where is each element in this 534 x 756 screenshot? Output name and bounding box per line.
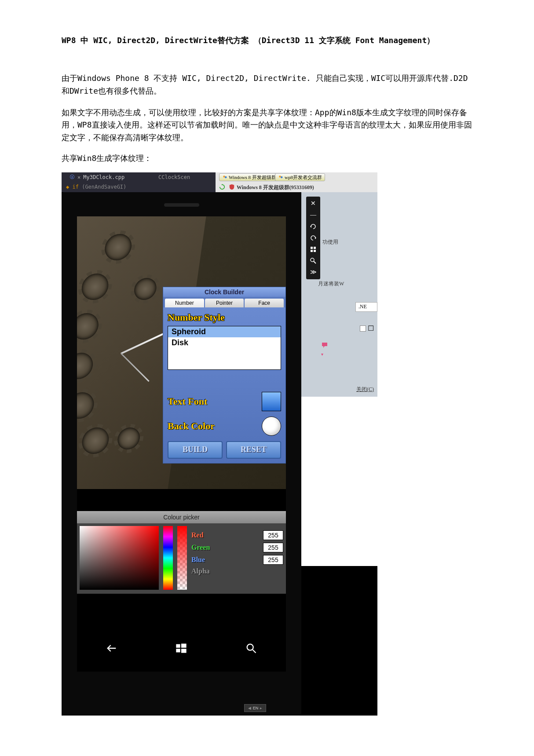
app-3d-background: Clock Builder Number Pointer Face Number… bbox=[77, 216, 286, 489]
text-font-label: Text Font bbox=[168, 396, 207, 407]
section-label: 共享Win8生成字体纹理： bbox=[62, 153, 472, 164]
refresh-icon[interactable] bbox=[219, 184, 225, 190]
qq-tab-2[interactable]: wp8开发者交流群 bbox=[275, 173, 325, 181]
qq-tab1-label: Windows 8 开发超级群 bbox=[229, 174, 276, 181]
svg-rect-11 bbox=[181, 644, 187, 648]
style-listbox[interactable]: Spheroid Disk bbox=[168, 326, 281, 370]
checkbox[interactable] bbox=[360, 325, 366, 332]
alpha-picker[interactable] bbox=[177, 526, 187, 590]
tab-number[interactable]: Number bbox=[165, 299, 204, 307]
paragraph-2: 如果文字不用动态生成，可以使用纹理，比较好的方案是共享字体纹理：App的Win8… bbox=[62, 106, 472, 144]
tab-face[interactable]: Face bbox=[245, 299, 284, 307]
ime-language: EN bbox=[253, 705, 259, 712]
clock-number-gear bbox=[80, 427, 110, 454]
clock-number-gear bbox=[77, 313, 100, 340]
svg-rect-12 bbox=[176, 649, 180, 653]
text-font-row: Text Font bbox=[168, 392, 281, 411]
svg-point-14 bbox=[247, 644, 253, 650]
qq-tab2-label: wp8开发者交流群 bbox=[285, 174, 322, 181]
svg-rect-7 bbox=[314, 250, 316, 252]
group-icon bbox=[222, 175, 227, 180]
phone-nav-bar bbox=[77, 636, 286, 661]
phone-speaker bbox=[164, 203, 199, 207]
saturation-picker[interactable] bbox=[80, 526, 159, 590]
qq-header: Windows 8 开发超级群 wp8开发者交流群 Windows 8 开发超级… bbox=[216, 172, 377, 192]
qq-tab-1[interactable]: Windows 8 开发超级群 bbox=[219, 173, 279, 181]
back-color-row: Back Color bbox=[168, 416, 281, 436]
search-button[interactable] bbox=[242, 639, 260, 657]
vs-tab-filename: My3DClock.cpp bbox=[83, 174, 124, 180]
vs-code-line: ◆ if (GenAndSaveGI) bbox=[66, 184, 126, 190]
right-text-fragment-2: 月迷将装W bbox=[318, 280, 344, 288]
close-icon[interactable]: ✕ bbox=[77, 174, 80, 180]
vs-tab-active[interactable]: ⦿ ✕ My3DClock.cpp bbox=[69, 172, 124, 182]
svg-point-8 bbox=[311, 258, 314, 262]
start-button[interactable] bbox=[172, 639, 190, 657]
expand-button[interactable]: ≫ bbox=[308, 267, 318, 278]
back-button[interactable] bbox=[103, 639, 121, 657]
phone-emulator-frame: Clock Builder Number Pointer Face Number… bbox=[62, 192, 301, 716]
red-label: Red bbox=[191, 531, 204, 539]
build-button[interactable]: BUILD bbox=[168, 441, 223, 459]
vs-tab-other[interactable]: CClockScen bbox=[158, 172, 190, 182]
fit-screen-button[interactable] bbox=[308, 244, 318, 255]
paragraph-1: 由于Windows Phone 8 不支持 WIC, Direct2D, Dir… bbox=[62, 72, 472, 98]
screenshot-container: ⦿ ✕ My3DClock.cpp CClockScen ◆ if (GenAn… bbox=[62, 172, 377, 716]
group-icon bbox=[278, 175, 283, 180]
red-value[interactable]: 255 bbox=[263, 530, 283, 540]
blue-label: Blue bbox=[191, 556, 205, 564]
builder-tabs: Number Pointer Face bbox=[163, 297, 285, 307]
alpha-label: Alpha bbox=[191, 567, 210, 575]
svg-rect-10 bbox=[176, 644, 180, 648]
shield-icon bbox=[229, 184, 235, 190]
vs-identifier: (GenAndSaveGI) bbox=[82, 184, 126, 190]
close-link[interactable]: 关闭(C) bbox=[356, 386, 374, 393]
clock-builder-panel: Clock Builder Number Pointer Face Number… bbox=[163, 287, 286, 464]
svg-line-15 bbox=[252, 650, 256, 653]
list-item[interactable]: Disk bbox=[168, 337, 281, 348]
svg-point-1 bbox=[225, 176, 227, 179]
clock-number-gear bbox=[103, 234, 133, 260]
back-color-label: Back Color bbox=[168, 420, 215, 432]
colour-picker-title: Colour picker bbox=[77, 511, 286, 523]
blue-value[interactable]: 255 bbox=[263, 555, 283, 565]
checkbox-row[interactable]: ☐ bbox=[360, 324, 377, 333]
minimize-button[interactable]: — bbox=[308, 210, 318, 220]
ime-language-bar[interactable]: ◀ EN ▸ bbox=[244, 704, 266, 712]
tab-pointer[interactable]: Pointer bbox=[205, 299, 244, 307]
builder-body: Number Style Spheroid Disk Text Font Bac… bbox=[163, 307, 285, 463]
list-item[interactable]: Spheroid bbox=[168, 326, 281, 337]
clock-number-gear bbox=[116, 427, 141, 449]
svg-rect-5 bbox=[314, 247, 316, 249]
svg-point-3 bbox=[281, 176, 283, 179]
rotate-left-button[interactable] bbox=[308, 221, 318, 232]
emulator-toolbar: ✕ — ≫ bbox=[306, 197, 320, 279]
svg-rect-6 bbox=[311, 250, 313, 252]
font-swatch[interactable] bbox=[262, 392, 281, 411]
right-text-fragment-1: 功使用 bbox=[322, 238, 338, 246]
colour-picker-body: Red 255 Green 255 Blue 255 Alpha bbox=[77, 523, 286, 594]
number-style-label: Number Style bbox=[168, 312, 281, 323]
phone-screen: Clock Builder Number Pointer Face Number… bbox=[77, 216, 286, 672]
right-side-panel: ✕ — ≫ 功使用 月迷将装W .NE bbox=[301, 192, 377, 566]
dotnet-input[interactable]: .NE bbox=[355, 302, 377, 312]
reset-button[interactable]: RESET bbox=[226, 441, 281, 459]
clock-number-gear bbox=[77, 353, 95, 379]
svg-rect-4 bbox=[311, 247, 313, 249]
close-emulator-button[interactable]: ✕ bbox=[308, 198, 318, 209]
hue-picker[interactable] bbox=[163, 526, 173, 590]
green-value[interactable]: 255 bbox=[263, 543, 283, 552]
back-color-swatch[interactable] bbox=[262, 416, 281, 436]
zoom-button[interactable] bbox=[308, 256, 318, 266]
svg-line-9 bbox=[314, 261, 316, 263]
clock-number-gear bbox=[133, 278, 158, 300]
qq-chat-bubble-icon[interactable]: ▾ bbox=[321, 342, 329, 350]
article-title: WP8 中 WIC, Direct2D, DirectWrite替代方案 （Di… bbox=[62, 35, 472, 46]
clock-number-gear bbox=[80, 274, 110, 300]
rotate-right-button[interactable] bbox=[308, 233, 318, 243]
action-buttons: BUILD RESET bbox=[168, 441, 281, 459]
right-white-area bbox=[301, 397, 377, 566]
green-label: Green bbox=[191, 544, 210, 551]
svg-rect-13 bbox=[181, 649, 187, 653]
vs-keyword: if bbox=[72, 184, 78, 190]
